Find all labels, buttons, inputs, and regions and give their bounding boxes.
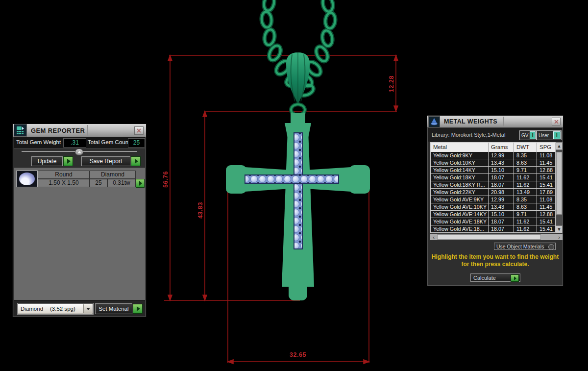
picker-icon	[548, 244, 554, 250]
scroll-up-icon[interactable]: ▲	[556, 142, 563, 150]
user-indicator: I	[553, 131, 561, 139]
metal-cell-metal[interactable]: Yellow Gold:18KY R...	[431, 181, 489, 188]
gem-shape-header[interactable]: Round	[38, 171, 90, 179]
metal-cell-dwt[interactable]: 9.71	[514, 167, 537, 173]
gem-count-cell[interactable]: 25	[90, 179, 107, 187]
metal-cell-metal[interactable]: Yellow Gold AVE:18KY	[431, 218, 489, 225]
metal-weights-titlebar[interactable]: METAL WEIGHTS	[427, 116, 563, 128]
bail[interactable]	[286, 52, 310, 115]
material-dropdown[interactable]: Diamond (3.52 spg)	[18, 303, 93, 314]
metal-row[interactable]: Yellow Gold AVE:9KY12.998.3511.08	[431, 196, 556, 203]
gem-reporter-title: GEM REPORTER	[31, 127, 85, 134]
horizontal-scrollbar[interactable]: ‹ ›	[430, 234, 563, 240]
metal-cell-dwt[interactable]: 13.49	[514, 189, 537, 196]
scroll-left-icon[interactable]: ‹	[430, 234, 437, 240]
metal-cell-spg[interactable]: 15.41	[537, 174, 556, 181]
metal-table-header: Metal Grams DWT SPG	[431, 143, 555, 152]
gem-size-cell[interactable]: 1.50 X 1.50	[38, 179, 90, 187]
metal-cell-spg[interactable]: 11.08	[537, 196, 556, 203]
metal-row[interactable]: Yellow Gold:18KY18.0711.6215.41	[431, 174, 556, 181]
calculate-button[interactable]: Calculate	[470, 273, 520, 282]
metal-row[interactable]: Yellow Gold:18KY R...18.0711.6215.41	[431, 181, 556, 189]
metal-row[interactable]: Yellow Gold:22KY20.9813.4917.89	[431, 189, 556, 196]
metal-cell-metal[interactable]: Yellow Gold:9KY	[431, 152, 489, 159]
dropdown-arrow-icon[interactable]	[83, 304, 92, 313]
metal-row[interactable]: Yellow Gold:10KY13.438.6311.45	[431, 159, 556, 167]
gem-size-slider[interactable]	[14, 148, 145, 155]
vertical-scrollbar[interactable]: ▲ ▼	[556, 142, 563, 233]
metal-cell-metal[interactable]: Yellow Gold:18KY	[431, 174, 489, 181]
metal-cell-grams[interactable]: 13.43	[489, 203, 514, 210]
metal-cell-metal[interactable]: Yellow Gold:14KY	[431, 167, 489, 173]
gem-weight-cell[interactable]: 0.31tw	[107, 179, 136, 187]
gem-image	[19, 173, 35, 185]
update-button[interactable]: Update	[31, 156, 63, 166]
metal-cell-spg[interactable]: 12.88	[537, 211, 556, 218]
metal-cell-grams[interactable]: 20.98	[489, 189, 514, 196]
gem-row-play-icon[interactable]	[136, 179, 145, 188]
metal-weights-close-icon[interactable]	[552, 118, 561, 125]
horizontal-scroll-thumb[interactable]	[437, 234, 541, 240]
gem-material-header[interactable]: Diamond	[90, 171, 136, 179]
metal-cell-spg[interactable]: 15.41	[537, 218, 556, 225]
metal-cell-spg[interactable]: 15.41	[537, 181, 556, 188]
gem-reporter-close-icon[interactable]	[134, 126, 144, 135]
metal-row[interactable]: Yellow Gold:9KY12.998.3511.08	[431, 152, 556, 159]
metal-cell-spg[interactable]: 17.89	[537, 189, 556, 196]
material-selected: Diamond	[21, 306, 43, 312]
set-material-button[interactable]: Set Material	[95, 303, 132, 314]
metal-row[interactable]: Yellow Gold AVE:14KY15.109.7112.88	[431, 211, 556, 218]
metal-cell-dwt[interactable]: 8.35	[514, 196, 537, 203]
gv-toggle-button[interactable]: GV I	[519, 130, 537, 140]
use-object-materials-button[interactable]: Use Object Materials	[494, 243, 556, 250]
metal-weights-icon	[428, 116, 440, 127]
vertical-scroll-thumb[interactable]	[556, 152, 562, 215]
metal-row[interactable]: Yellow Gold AVE:18...18.0711.6215.41	[431, 225, 556, 233]
slider-thumb[interactable]	[75, 148, 83, 155]
metal-cell-grams[interactable]: 18.07	[489, 181, 514, 188]
metal-cell-metal[interactable]: Yellow Gold:22KY	[431, 189, 489, 196]
metal-cell-metal[interactable]: Yellow Gold AVE:9KY	[431, 196, 489, 203]
instruction-line-2: for then press calculate.	[427, 261, 563, 268]
metal-cell-metal[interactable]: Yellow Gold AVE:18...	[431, 225, 489, 232]
gem-reporter-titlebar[interactable]: GEM REPORTER	[13, 124, 146, 137]
save-report-play-icon[interactable]	[131, 156, 141, 166]
metal-cell-spg[interactable]: 12.88	[537, 167, 556, 173]
metal-cell-spg[interactable]: 11.45	[537, 159, 556, 166]
metal-cell-dwt[interactable]: 8.63	[514, 159, 537, 166]
metal-cell-dwt[interactable]: 8.63	[514, 203, 537, 210]
metal-cell-metal[interactable]: Yellow Gold AVE:14KY	[431, 211, 489, 218]
metal-cell-spg[interactable]: 11.08	[537, 152, 556, 159]
metal-cell-grams[interactable]: 18.07	[489, 174, 514, 181]
metal-cell-spg[interactable]: 11.45	[537, 203, 556, 210]
metal-cell-dwt[interactable]: 9.71	[514, 211, 537, 218]
metal-cell-grams[interactable]: 18.07	[489, 218, 514, 225]
set-material-play-icon[interactable]	[133, 304, 143, 314]
metal-cell-metal[interactable]: Yellow Gold AVE:10KY	[431, 203, 489, 210]
scroll-right-icon[interactable]: ›	[556, 234, 563, 240]
metal-cell-dwt[interactable]: 11.62	[514, 174, 537, 181]
update-play-icon[interactable]	[63, 156, 73, 166]
metal-cell-dwt[interactable]: 11.62	[514, 181, 537, 188]
metal-cell-grams[interactable]: 15.10	[489, 211, 514, 218]
metal-row[interactable]: Yellow Gold:14KY15.109.7112.88	[431, 167, 556, 174]
scroll-down-icon[interactable]: ▼	[556, 225, 563, 233]
gv-label: GV	[521, 133, 528, 138]
metal-cell-spg[interactable]: 15.41	[537, 225, 556, 232]
metal-table-rows: Yellow Gold:9KY12.998.3511.08Yellow Gold…	[431, 152, 555, 233]
calculate-play-icon[interactable]	[511, 274, 519, 282]
save-report-button[interactable]: Save Report	[81, 156, 130, 166]
gem-thumbnail[interactable]	[16, 171, 38, 187]
metal-cell-dwt[interactable]: 11.62	[514, 225, 537, 232]
metal-cell-grams[interactable]: 15.10	[489, 167, 514, 173]
metal-row[interactable]: Yellow Gold AVE:18KY18.0711.6215.41	[431, 218, 556, 225]
metal-cell-grams[interactable]: 12.99	[489, 196, 514, 203]
metal-cell-grams[interactable]: 18.07	[489, 225, 514, 232]
metal-cell-grams[interactable]: 12.99	[489, 152, 514, 159]
metal-row[interactable]: Yellow Gold AVE:10KY13.438.6311.45	[431, 203, 556, 211]
metal-cell-dwt[interactable]: 11.62	[514, 218, 537, 225]
user-toggle-button[interactable]: User I	[537, 130, 562, 140]
metal-cell-dwt[interactable]: 8.35	[514, 152, 537, 159]
metal-cell-metal[interactable]: Yellow Gold:10KY	[431, 159, 489, 166]
metal-cell-grams[interactable]: 13.43	[489, 159, 514, 166]
